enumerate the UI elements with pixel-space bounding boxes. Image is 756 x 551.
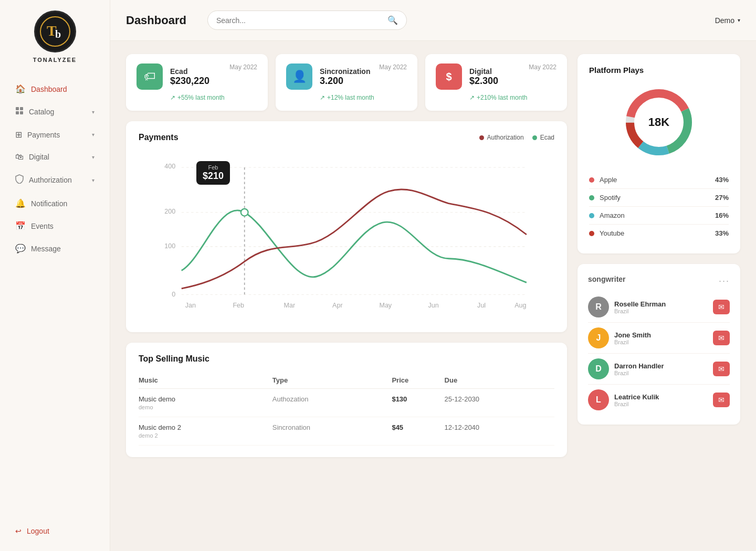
sync-date: May 2022	[379, 63, 407, 71]
logo: T b	[34, 10, 76, 52]
sidebar-item-catalog[interactable]: Catalog ▾	[8, 101, 102, 122]
sidebar-item-message[interactable]: 💬 Message	[8, 238, 102, 259]
platform-row: Spotify 27%	[589, 189, 729, 207]
svg-text:100: 100	[164, 242, 175, 250]
col-price: Price	[392, 372, 444, 389]
svg-rect-3	[16, 107, 19, 110]
sidebar-item-notification[interactable]: 🔔 Notification	[8, 193, 102, 214]
sync-name: Sincronization	[320, 67, 372, 76]
songwriter-country: Brazil	[614, 370, 708, 376]
sidebar-item-payments[interactable]: ⊞ Payments ▾	[8, 124, 102, 145]
sidebar-item-dashboard[interactable]: 🏠 Dashboard	[8, 79, 102, 99]
stats-row: 🏷 Ecad $230,220 May 2022 ↗ +55% last mon…	[126, 54, 567, 111]
stat-card-ecad: 🏷 Ecad $230,220 May 2022 ↗ +55% last mon…	[126, 54, 268, 111]
sidebar-item-label: Message	[31, 245, 94, 253]
trend-up-icon: ↗	[320, 94, 325, 101]
platform-name: Spotify	[600, 194, 715, 202]
digital-icon: 🛍	[15, 152, 24, 162]
svg-text:Jul: Jul	[477, 302, 486, 309]
top-selling-card: Top Selling Music Music Type Price Due M…	[126, 343, 567, 457]
payments-chart-card: Payments Authorization Ecad	[126, 121, 567, 332]
svg-text:0: 0	[172, 291, 175, 298]
songwriter-country: Brazil	[614, 401, 708, 407]
tooltip-value: $210	[203, 171, 224, 182]
legend-dot-green	[532, 135, 537, 140]
svg-text:Feb: Feb	[233, 302, 244, 309]
td-price: $45	[392, 417, 444, 446]
search-icon: 🔍	[387, 15, 398, 25]
digital-change: ↗ +210% last month	[436, 94, 556, 101]
td-type: Sincronation	[272, 417, 392, 446]
svg-text:Mar: Mar	[284, 302, 296, 309]
ecad-change: ↗ +55% last month	[136, 94, 257, 101]
songwriter-header: songwriter ...	[588, 273, 730, 284]
svg-point-16	[241, 209, 248, 216]
legend-ecad: Ecad	[532, 134, 554, 141]
brand-name: TONALYZEE	[33, 57, 77, 63]
authorization-icon	[15, 174, 24, 186]
avatar: R	[588, 296, 609, 317]
search-bar[interactable]: 🔍	[207, 10, 407, 30]
sidebar-item-label: Catalog	[29, 108, 92, 116]
legend-authorization: Authorization	[479, 134, 524, 141]
top-selling-table: Music Type Price Due Music demo demo Aut…	[139, 372, 554, 446]
left-column: 🏷 Ecad $230,220 May 2022 ↗ +55% last mon…	[126, 54, 567, 538]
mail-button[interactable]: ✉	[713, 362, 730, 376]
songwriter-country: Brazil	[614, 308, 708, 314]
digital-date: May 2022	[529, 63, 556, 71]
user-name: Demo	[715, 16, 734, 25]
chevron-down-icon: ▾	[92, 154, 94, 160]
message-icon: 💬	[15, 243, 26, 253]
events-icon: 📅	[15, 221, 26, 231]
svg-text:400: 400	[164, 163, 175, 170]
sidebar-item-label: Digital	[29, 153, 92, 161]
svg-text:b: b	[55, 28, 61, 40]
mail-button[interactable]: ✉	[713, 300, 730, 314]
sidebar-item-digital[interactable]: 🛍 Digital ▾	[8, 147, 102, 167]
sidebar-item-events[interactable]: 📅 Events	[8, 216, 102, 236]
songwriter-menu[interactable]: ...	[719, 273, 730, 284]
td-music: Music demo 2 demo 2	[139, 417, 272, 446]
svg-text:200: 200	[164, 208, 175, 215]
search-input[interactable]	[216, 16, 383, 25]
platform-dot	[589, 213, 594, 218]
chevron-down-icon: ▾	[92, 132, 94, 137]
logout-icon: ↩	[15, 527, 22, 535]
songwriter-name: Leatrice Kulik	[614, 393, 708, 401]
songwriter-row: R Roselle Ehrman Brazil ✉	[588, 292, 730, 323]
platform-pct: 43%	[715, 176, 729, 184]
avatar: L	[588, 389, 609, 410]
home-icon: 🏠	[15, 84, 26, 94]
songwriter-card: songwriter ... R Roselle Ehrman Brazil ✉…	[578, 264, 740, 425]
platform-row: Youtube 33%	[589, 225, 729, 242]
trend-up-icon: ↗	[170, 94, 175, 101]
songwriter-info: Jone Smith Brazil	[614, 331, 708, 345]
user-menu[interactable]: Demo ▾	[715, 16, 740, 25]
sidebar-item-label: Authorization	[29, 176, 92, 184]
platform-dot	[589, 231, 594, 236]
table-row: Music demo demo Authozation $130 25-12-2…	[139, 389, 554, 417]
main-content: Dashboard 🔍 Demo ▾ 🏷 Ecad $230,220	[110, 0, 756, 551]
sidebar-item-authorization[interactable]: Authorization ▾	[8, 169, 102, 191]
legend-dot-red	[479, 135, 484, 140]
td-due: 12-12-2040	[445, 417, 554, 446]
platform-dot	[589, 177, 594, 183]
songwriter-row: D Darron Handler Brazil ✉	[588, 354, 730, 385]
digital-name: Digital	[469, 67, 521, 76]
sync-info: Sincronization 3.200	[320, 67, 372, 87]
platform-name: Youtube	[600, 229, 715, 237]
ecad-info: Ecad $230,220	[170, 67, 222, 87]
songwriter-list: R Roselle Ehrman Brazil ✉ J Jone Smith B…	[588, 292, 730, 415]
songwriter-info: Darron Handler Brazil	[614, 362, 708, 376]
svg-text:Apr: Apr	[332, 302, 343, 309]
platform-pct: 33%	[715, 229, 729, 237]
td-music: Music demo demo	[139, 389, 272, 417]
td-type: Authozation	[272, 389, 392, 417]
mail-button[interactable]: ✉	[713, 331, 730, 345]
digital-info: Digital $2.300	[469, 67, 521, 87]
tooltip-month: Feb	[203, 164, 224, 171]
mail-button[interactable]: ✉	[713, 393, 730, 407]
stat-card-digital: $ Digital $2.300 May 2022 ↗ +210% last m…	[425, 54, 567, 111]
platform-plays-card: Platform Plays	[578, 54, 740, 253]
logout-button[interactable]: ↩ Logout	[8, 522, 102, 541]
